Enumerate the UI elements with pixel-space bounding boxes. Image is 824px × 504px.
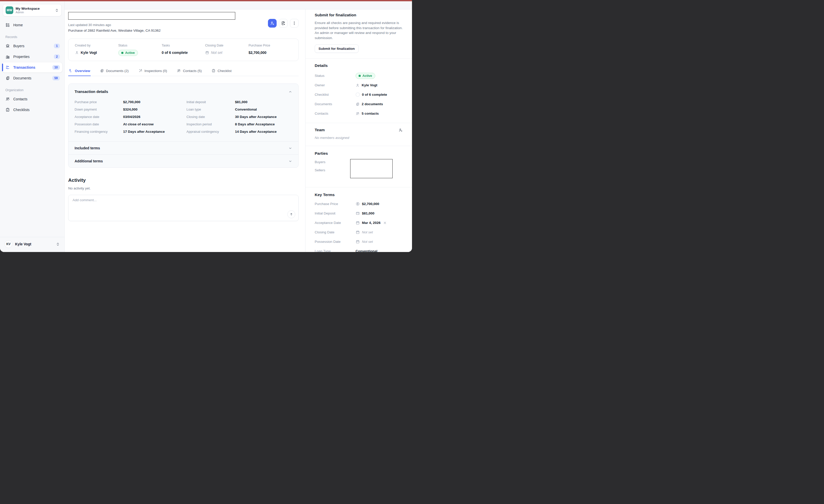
finalization-section: Submit for finalization Ensure all check…	[305, 9, 412, 58]
panel-row-status: Status Active	[315, 71, 403, 81]
workspace-role: Admin	[16, 11, 53, 14]
chevron-up-down-icon	[56, 242, 60, 246]
collapse-chevron-up-icon[interactable]	[288, 90, 292, 94]
main-content: Last updated 30 minutes ago Purchase of …	[65, 9, 305, 252]
sidebar-item-label: Home	[13, 23, 60, 27]
user-plus-icon	[270, 21, 275, 25]
add-contact-button[interactable]	[268, 19, 277, 28]
properties-count-badge: 2	[54, 54, 60, 59]
last-updated: Last updated 30 minutes ago	[68, 23, 299, 27]
panel-row-owner: Owner Kyle Vogt	[315, 81, 403, 90]
key-terms-title: Key Terms	[315, 193, 403, 197]
parties-value-field[interactable]	[350, 159, 393, 178]
calendar-icon	[205, 50, 209, 54]
more-options-button[interactable]	[290, 19, 299, 28]
documents-icon	[100, 69, 104, 73]
user-avatar: KV	[5, 240, 12, 248]
workspace-avatar: MW	[6, 6, 13, 14]
calendar-icon	[355, 230, 360, 234]
submit-comment-button[interactable]	[287, 210, 295, 218]
detail-row: Financing contingency17 Days after Accep…	[75, 128, 180, 135]
key-term-row-possession-date: Possession Date Not set	[315, 237, 403, 246]
add-document-button[interactable]	[279, 19, 288, 28]
dollar-coin-icon	[355, 202, 360, 206]
header-actions	[268, 19, 299, 28]
detail-row: Closing date30 Days after Acceptance	[187, 113, 292, 121]
sidebar-item-label: Properties	[13, 54, 50, 59]
detail-row: Appraisal contingency14 Days after Accep…	[187, 128, 292, 135]
calendar-icon	[355, 240, 360, 244]
transaction-title-field[interactable]	[68, 12, 235, 20]
panel-row-documents: Documents 2 documents	[315, 99, 403, 109]
user-menu[interactable]: KV Kyle Vogt	[0, 237, 64, 252]
pen-icon	[69, 69, 73, 73]
sidebar-item-buyers[interactable]: Buyers 1	[2, 41, 62, 51]
transaction-details-card: Transaction details Purchase price$2,700…	[68, 84, 299, 168]
key-term-row-purchase-price: Purchase Price $2,700,000	[315, 199, 403, 209]
key-term-row-initial-deposit: Initial Deposit $81,000	[315, 209, 403, 218]
clear-date-icon[interactable]	[383, 221, 387, 225]
key-term-row-closing-date: Closing Date Not set	[315, 228, 403, 237]
comment-composer	[68, 195, 299, 221]
sidebar-item-label: Buyers	[13, 44, 50, 48]
panel-parties-section: Parties Buyers Sellers	[305, 146, 412, 187]
sidebar-item-contacts[interactable]: Contacts	[2, 94, 62, 104]
properties-icon	[5, 54, 10, 59]
tab-overview[interactable]: Overview	[68, 68, 91, 76]
panel-row-contacts: Contacts 5 contacts	[315, 109, 403, 118]
chevron-down-icon	[288, 146, 292, 150]
summary-card: Created by Kyle Vogt Status Ac	[68, 38, 299, 61]
tab-documents[interactable]: Documents (2)	[99, 68, 129, 76]
details-column-right: Initial deposit$81,000 Loan typeConventi…	[187, 98, 292, 135]
file-plus-icon	[281, 21, 286, 25]
additional-terms-section[interactable]: Additional terms	[69, 154, 298, 167]
panel-details-title: Details	[315, 63, 403, 68]
key-term-row-acceptance-date: Acceptance Date Mar 4, 2026	[315, 218, 403, 228]
transactions-count-badge: 10	[53, 65, 60, 70]
wallet-icon	[355, 211, 360, 216]
sidebar-section-records: Records	[2, 31, 62, 41]
activity-title: Activity	[68, 177, 299, 183]
panel-team-section: Team No members assigned	[305, 123, 412, 146]
detail-row: Down payment$324,000	[75, 106, 180, 113]
transaction-details-title: Transaction details	[75, 90, 108, 94]
sidebar-item-transactions[interactable]: Transactions 10	[2, 62, 62, 73]
panel-key-terms-section: Key Terms Purchase Price $2,700,000	[305, 187, 412, 252]
sidebar-section-organization: Organization	[2, 84, 62, 94]
buyers-icon	[5, 44, 10, 48]
tab-inspections[interactable]: Inspections (0)	[138, 68, 168, 76]
tab-bar: Overview Documents (2) Ins	[68, 68, 299, 76]
key-term-row-loan-type: Loan Type Conventional	[315, 246, 403, 252]
included-terms-section[interactable]: Included terms	[69, 141, 298, 154]
contacts-icon	[5, 97, 10, 101]
documents-icon	[355, 102, 359, 106]
sidebar-item-checklists[interactable]: Checklists	[2, 105, 62, 115]
user-plus-icon[interactable]	[399, 128, 403, 132]
summary-tasks: Tasks 0 of 6 complete	[162, 44, 205, 56]
submit-finalization-button[interactable]: Submit for finalization	[315, 44, 358, 53]
clipboard-check-icon	[211, 69, 216, 73]
sidebar-nav: Home Records Buyers 1 Properties 2	[0, 16, 64, 115]
team-title: Team	[315, 128, 325, 132]
tab-contacts[interactable]: Contacts (5)	[176, 68, 202, 76]
detail-row: Acceptance date03/04/2026	[75, 113, 180, 121]
contacts-icon	[177, 69, 181, 73]
calendar-icon	[355, 221, 360, 225]
summary-created-by: Created by Kyle Vogt	[75, 44, 118, 56]
workspace-switcher[interactable]: MW My Workspace Admin	[3, 4, 62, 16]
status-badge: Active	[355, 73, 375, 79]
sidebar-item-properties[interactable]: Properties 2	[2, 51, 62, 62]
tab-checklist[interactable]: Checklist	[211, 68, 232, 76]
summary-purchase-price: Purchase Price $2,700,000	[248, 44, 292, 56]
comment-input[interactable]	[69, 195, 298, 210]
summary-status: Status Active	[118, 44, 162, 56]
detail-row: Possession dateAt close of escrow	[75, 121, 180, 128]
finalization-description: Ensure all checks are passing and requir…	[315, 20, 403, 40]
sidebar-item-documents[interactable]: Documents 59	[2, 73, 62, 83]
buyers-count-badge: 1	[54, 44, 60, 48]
transaction-subtitle: Purchase of 2882 Rainfield Ave, Westlake…	[68, 29, 299, 32]
kebab-menu-icon	[292, 21, 297, 25]
sidebar-item-label: Documents	[13, 76, 49, 80]
sidebar-item-home[interactable]: Home	[2, 20, 62, 30]
sidebar-item-label: Contacts	[13, 97, 60, 101]
